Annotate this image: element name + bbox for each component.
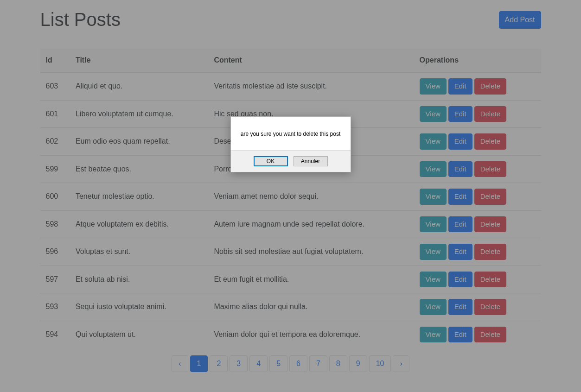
- dialog-ok-button[interactable]: OK: [254, 156, 288, 166]
- modal-overlay: [0, 0, 581, 391]
- dialog-cancel-button[interactable]: Annuler: [294, 156, 328, 166]
- dialog-message: are you sure you want to delete this pos…: [231, 117, 351, 150]
- confirm-dialog: are you sure you want to delete this pos…: [230, 116, 351, 172]
